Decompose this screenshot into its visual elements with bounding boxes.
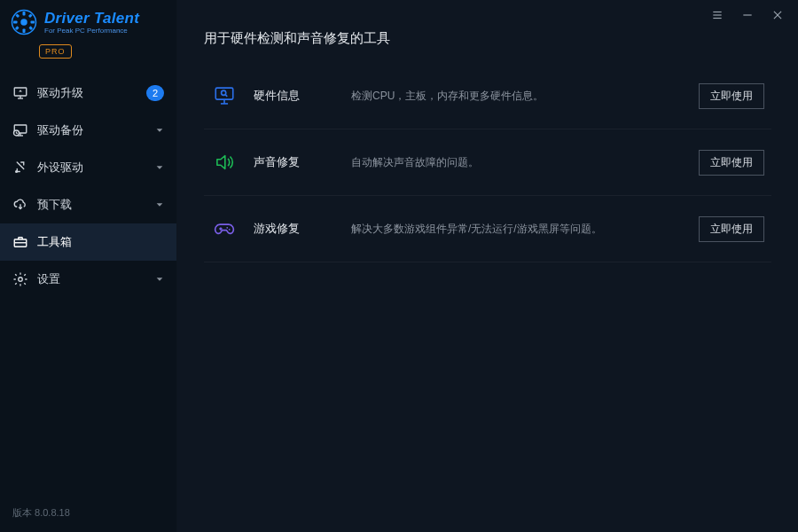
svg-point-25 (19, 278, 23, 282)
tool-desc: 解决大多数游戏组件异常/无法运行/游戏黑屏等问题。 (351, 222, 699, 237)
gear-logo-icon (11, 9, 37, 35)
svg-point-29 (222, 90, 226, 95)
cloud-download-icon (12, 197, 28, 213)
sidebar-item-upgrade[interactable]: 驱动升级 2 (0, 74, 176, 112)
clock-monitor-icon (12, 122, 28, 138)
sidebar-item-settings[interactable]: 设置 (0, 261, 176, 298)
svg-rect-11 (31, 21, 35, 24)
svg-rect-14 (28, 13, 33, 18)
tool-row-sound: 声音修复 自动解决声音故障的问题。 立即使用 (204, 129, 771, 196)
sidebar-item-label: 驱动备份 (37, 122, 146, 138)
svg-point-34 (229, 229, 231, 231)
svg-rect-3 (743, 14, 751, 15)
monitor-up-icon (12, 85, 28, 101)
svg-rect-1 (713, 14, 721, 15)
page-title: 用于硬件检测和声音修复的工具 (204, 30, 771, 47)
speaker-icon (211, 149, 238, 176)
sidebar-item-label: 外设驱动 (37, 160, 146, 176)
tool-desc: 检测CPU，主板，内存和更多硬件信息。 (351, 89, 699, 104)
update-count-badge: 2 (146, 85, 164, 101)
sidebar-nav: 驱动升级 2 驱动备份 外设驱动 预 (0, 74, 176, 298)
chevron-down-icon (155, 126, 164, 135)
svg-rect-9 (23, 29, 26, 34)
chevron-down-icon (155, 163, 164, 172)
tool-name: 游戏修复 (254, 221, 351, 237)
app-window: Driver Talent For Peak PC Performance PR… (0, 0, 798, 532)
tool-row-hwinfo: 硬件信息 检测CPU，主板，内存和更多硬件信息。 立即使用 (204, 63, 771, 129)
svg-rect-12 (15, 13, 20, 18)
minimize-icon[interactable] (739, 7, 755, 23)
tool-desc: 自动解决声音故障的问题。 (351, 155, 699, 170)
app-tagline: For Peak PC Performance (44, 27, 139, 35)
svg-point-33 (226, 227, 228, 229)
usb-icon (12, 160, 28, 176)
sidebar: Driver Talent For Peak PC Performance PR… (0, 0, 177, 532)
tool-name: 硬件信息 (254, 88, 351, 104)
window-controls (697, 0, 798, 30)
sidebar-item-label: 预下载 (37, 197, 146, 213)
use-now-button[interactable]: 立即使用 (699, 83, 764, 109)
tool-list: 硬件信息 检测CPU，主板，内存和更多硬件信息。 立即使用 声音修复 自动解决声… (204, 63, 771, 262)
app-logo: Driver Talent For Peak PC Performance (0, 0, 176, 43)
sidebar-item-label: 驱动升级 (37, 85, 137, 101)
chevron-down-icon (155, 200, 164, 209)
svg-rect-26 (215, 88, 233, 99)
sidebar-item-toolbox[interactable]: 工具箱 (0, 223, 176, 261)
sidebar-item-peripheral[interactable]: 外设驱动 (0, 149, 176, 186)
svg-rect-0 (713, 12, 721, 12)
gear-icon (12, 271, 28, 287)
monitor-search-icon (211, 82, 238, 109)
version-label: 版本 8.0.8.18 (0, 497, 176, 532)
use-now-button[interactable]: 立即使用 (699, 216, 764, 242)
svg-rect-8 (23, 12, 26, 16)
svg-rect-10 (13, 21, 18, 24)
svg-rect-15 (15, 26, 20, 30)
app-name: Driver Talent (44, 11, 139, 26)
chevron-down-icon (155, 275, 164, 284)
sidebar-item-backup[interactable]: 驱动备份 (0, 112, 176, 149)
svg-rect-2 (713, 18, 721, 19)
sidebar-item-label: 设置 (37, 271, 146, 287)
main-panel: 用于硬件检测和声音修复的工具 硬件信息 检测CPU，主板，内存和更多硬件信息。 … (177, 0, 798, 532)
gamepad-icon (211, 215, 238, 242)
svg-line-30 (225, 95, 227, 97)
pro-badge: PRO (39, 44, 72, 59)
svg-point-7 (20, 19, 27, 26)
tool-row-game: 游戏修复 解决大多数游戏组件异常/无法运行/游戏黑屏等问题。 立即使用 (204, 196, 771, 262)
menu-icon[interactable] (709, 7, 725, 23)
close-icon[interactable] (770, 7, 786, 23)
svg-point-23 (15, 170, 18, 173)
svg-rect-13 (28, 26, 33, 30)
use-now-button[interactable]: 立即使用 (699, 150, 764, 176)
sidebar-item-predownload[interactable]: 预下载 (0, 186, 176, 223)
tool-name: 声音修复 (254, 154, 351, 170)
sidebar-item-label: 工具箱 (37, 234, 164, 250)
toolbox-icon (12, 234, 28, 250)
